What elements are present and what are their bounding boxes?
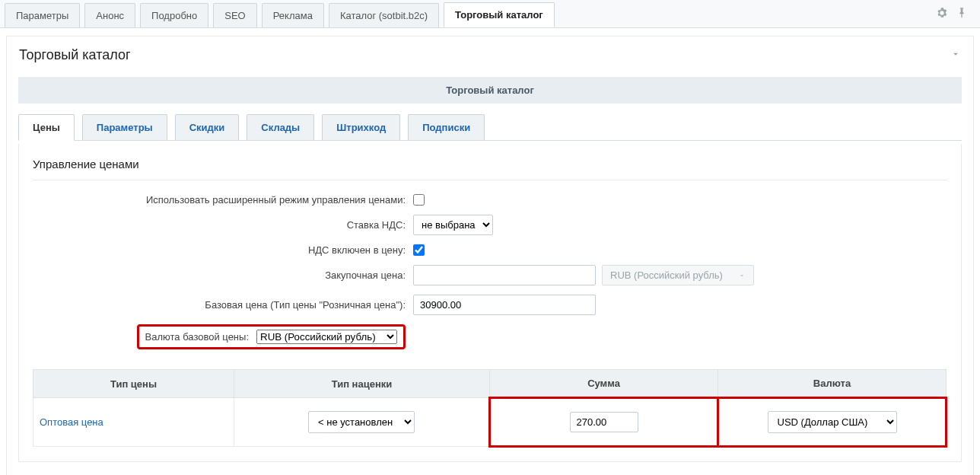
- input-purchase-price[interactable]: [413, 265, 596, 285]
- inner-content: Торговый каталог Цены Параметры Скидки С…: [7, 71, 973, 475]
- row-purchase-price: Закупочная цена: RUB (Российский рубль): [33, 265, 947, 285]
- subtab-params[interactable]: Параметры: [82, 114, 167, 140]
- section-title: Управление ценами: [33, 158, 947, 180]
- base-currency-highlight: Валюта базовой цены: RUB (Российский руб…: [137, 324, 406, 349]
- row-base-price: Базовая цена (Тип цены "Розничная цена")…: [33, 295, 947, 315]
- gear-icon[interactable]: [936, 7, 948, 21]
- label-purchase-price: Закупочная цена:: [33, 269, 413, 281]
- subtab-warehouses[interactable]: Склады: [247, 114, 314, 140]
- select-vat-rate[interactable]: не выбрана: [413, 215, 493, 235]
- col-type: Тип цены: [33, 370, 234, 398]
- sub-tabs: Цены Параметры Скидки Склады Штрихкод По…: [18, 114, 962, 141]
- select-base-currency[interactable]: RUB (Российский рубль): [256, 330, 397, 344]
- tab-reklama[interactable]: Реклама: [262, 3, 324, 27]
- subtab-barcode[interactable]: Штрихкод: [322, 114, 400, 140]
- tab-detail[interactable]: Подробно: [140, 3, 208, 27]
- chevron-down-icon: [738, 272, 746, 279]
- row-base-currency: Валюта базовой цены: RUB (Российский руб…: [33, 324, 947, 349]
- label-base-currency-wrap: Валюта базовой цены: RUB (Российский руб…: [33, 324, 413, 349]
- label-vat-included: НДС включен в цену:: [33, 244, 413, 256]
- col-markup: Тип наценки: [234, 370, 490, 398]
- row-extended-mode: Использовать расширенный режим управлени…: [33, 194, 947, 206]
- label-vat-rate: Ставка НДС:: [33, 219, 413, 231]
- label-base-price: Базовая цена (Тип цены "Розничная цена")…: [33, 299, 413, 311]
- cell-markup: < не установлен >: [234, 398, 490, 447]
- tab-trade-catalog[interactable]: Торговый каталог: [444, 2, 555, 27]
- table-row: Оптовая цена < не установлен > USD (Долл…: [33, 398, 947, 447]
- label-base-currency: Валюта базовой цены:: [145, 331, 249, 343]
- pin-icon[interactable]: [956, 7, 968, 21]
- cell-sum-highlight: [490, 398, 718, 447]
- select-markup[interactable]: < не установлен >: [308, 411, 415, 433]
- tab-params[interactable]: Параметры: [5, 3, 80, 27]
- top-actions: [936, 7, 975, 21]
- price-table: Тип цены Тип наценки Сумма Валюта Оптова…: [33, 369, 947, 448]
- subtab-discounts[interactable]: Скидки: [175, 114, 240, 140]
- price-table-header-row: Тип цены Тип наценки Сумма Валюта: [33, 370, 947, 398]
- cell-currency-highlight: USD (Доллар США): [718, 398, 947, 447]
- input-base-price[interactable]: [413, 295, 596, 315]
- panel-title: Торговый каталог: [19, 47, 131, 63]
- checkbox-extended-mode[interactable]: [413, 194, 425, 206]
- checkbox-vat-included[interactable]: [413, 244, 425, 256]
- col-sum: Сумма: [490, 370, 718, 398]
- prices-section: Управление ценами Использовать расширенн…: [18, 144, 962, 462]
- panel-title-row: Торговый каталог: [7, 37, 973, 71]
- select-row-currency[interactable]: USD (Доллар США): [768, 411, 897, 433]
- row-vat-included: НДС включен в цену:: [33, 244, 947, 256]
- tab-catalog-sotbit[interactable]: Каталог (sotbit.b2c): [329, 3, 439, 27]
- collapse-icon[interactable]: [950, 47, 961, 63]
- cell-price-type: Оптовая цена: [33, 398, 234, 447]
- tab-seo[interactable]: SEO: [213, 3, 256, 27]
- top-tabs: Параметры Анонс Подробно SEO Реклама Кат…: [0, 0, 980, 28]
- purchase-currency-label: RUB (Российский рубль): [610, 269, 723, 281]
- tab-anons[interactable]: Анонс: [84, 3, 135, 27]
- main-panel: Торговый каталог Торговый каталог Цены П…: [6, 36, 974, 475]
- col-currency: Валюта: [718, 370, 947, 398]
- row-vat-rate: Ставка НДС: не выбрана: [33, 215, 947, 235]
- subtab-prices[interactable]: Цены: [18, 114, 75, 141]
- subtab-subscriptions[interactable]: Подписки: [408, 114, 485, 140]
- input-sum[interactable]: [570, 412, 638, 432]
- inner-header: Торговый каталог: [18, 77, 962, 104]
- label-extended-mode: Использовать расширенный режим управлени…: [33, 194, 413, 206]
- purchase-currency-disabled: RUB (Российский рубль): [602, 265, 754, 285]
